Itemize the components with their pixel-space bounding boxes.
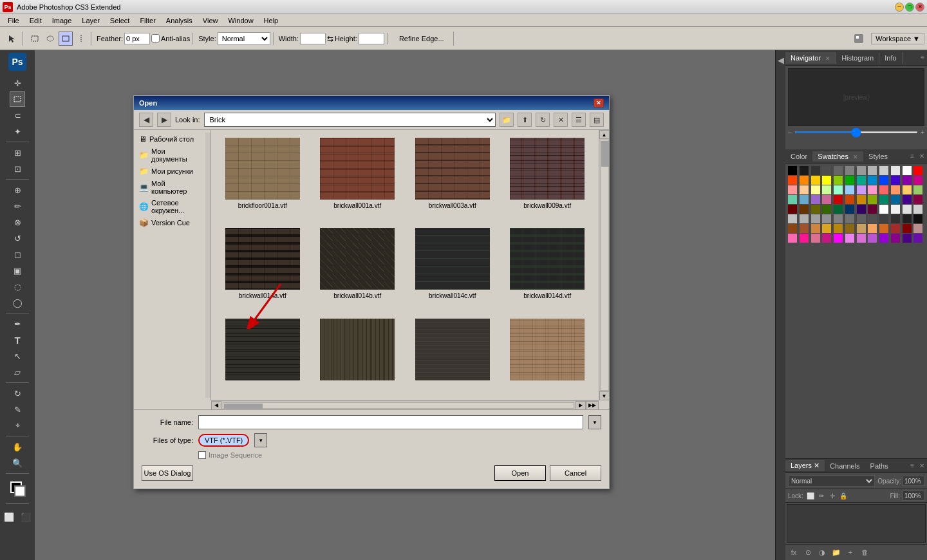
ellipse-select-btn[interactable] xyxy=(43,32,57,46)
swatch-color[interactable] xyxy=(834,176,843,185)
swatch-color[interactable] xyxy=(868,234,877,243)
swatch-color[interactable] xyxy=(868,195,877,204)
single-col-btn[interactable] xyxy=(74,32,88,46)
files-of-type-value[interactable]: VTF (*.VTF) xyxy=(198,434,249,447)
swatch-color[interactable] xyxy=(845,166,854,175)
swatch-color[interactable] xyxy=(879,214,888,223)
swatch-color[interactable] xyxy=(868,214,877,223)
back-button[interactable]: ◀ xyxy=(139,113,153,127)
menu-filter[interactable]: Filter xyxy=(135,15,160,26)
swatch-color[interactable] xyxy=(891,176,900,185)
swatch-color[interactable] xyxy=(800,195,809,204)
swatch-color[interactable] xyxy=(845,214,854,223)
swatch-color[interactable] xyxy=(845,234,854,243)
swatch-color[interactable] xyxy=(800,234,809,243)
view-btn[interactable]: ▤ xyxy=(590,113,604,127)
forward-button[interactable]: ▶ xyxy=(157,113,171,127)
image-sequence-checkbox[interactable] xyxy=(198,451,206,459)
swatch-color[interactable] xyxy=(834,185,843,194)
delete-layer-btn[interactable]: 🗑 xyxy=(859,546,870,558)
feather-input[interactable] xyxy=(124,33,150,44)
lock-image-btn[interactable]: ✏ xyxy=(817,491,826,500)
swatch-color[interactable] xyxy=(879,185,888,194)
cancel-button[interactable]: Cancel xyxy=(550,465,601,481)
dodge-tool[interactable]: ◯ xyxy=(10,295,25,310)
crop-tool[interactable]: ⊞ xyxy=(10,145,25,160)
layers-panel-menu-btn[interactable]: ≡ xyxy=(908,462,917,469)
swatch-color[interactable] xyxy=(857,224,866,233)
swatch-color[interactable] xyxy=(868,176,877,185)
swatch-color[interactable] xyxy=(879,176,888,185)
tab-channels[interactable]: Channels xyxy=(825,461,865,471)
menu-help[interactable]: Help xyxy=(259,15,284,26)
screen-mode-normal[interactable]: ⬜ xyxy=(1,509,17,525)
workspace-button[interactable]: Workspace ▼ xyxy=(871,33,924,44)
swatch-color[interactable] xyxy=(800,214,809,223)
sidebar-documents[interactable]: 📁 Мои документы xyxy=(134,145,205,165)
swatch-color[interactable] xyxy=(868,224,877,233)
add-mask-btn[interactable]: ⊙ xyxy=(802,546,814,558)
sidebar-pictures[interactable]: 📁 Мои рисунки xyxy=(134,165,205,178)
swatch-color[interactable] xyxy=(903,234,912,243)
swatch-color[interactable] xyxy=(822,176,831,185)
menu-image[interactable]: Image xyxy=(47,15,77,26)
swatch-color[interactable] xyxy=(903,214,912,223)
file-item[interactable]: brickwall014a.vtf xyxy=(216,225,309,313)
swatch-color[interactable] xyxy=(879,224,888,233)
magic-wand-tool[interactable]: ✦ xyxy=(10,124,25,139)
width-input[interactable] xyxy=(300,33,326,44)
swatch-color[interactable] xyxy=(903,224,912,233)
blend-mode-select[interactable]: Normal xyxy=(788,475,875,487)
swatch-color[interactable] xyxy=(868,205,877,214)
slice-tool[interactable]: ⊡ xyxy=(10,161,25,176)
swatch-color[interactable] xyxy=(834,166,843,175)
file-item[interactable]: brickfloor001a.vtf xyxy=(216,135,309,223)
swatch-color[interactable] xyxy=(891,195,900,204)
height-input[interactable] xyxy=(359,33,384,44)
swatch-color[interactable] xyxy=(868,166,877,175)
tab-paths[interactable]: Paths xyxy=(865,461,894,471)
swatch-color[interactable] xyxy=(834,195,843,204)
swatch-color[interactable] xyxy=(903,195,912,204)
close-button[interactable]: ✕ xyxy=(915,3,924,12)
shape-tool[interactable]: ▱ xyxy=(10,364,25,380)
swatch-color[interactable] xyxy=(822,185,831,194)
navigator-zoom-slider[interactable] xyxy=(794,131,919,133)
gradient-tool[interactable]: ▣ xyxy=(10,263,25,278)
clone-stamp-tool[interactable]: ⊗ xyxy=(10,214,25,230)
panel-menu-btn[interactable]: ≡ xyxy=(918,54,927,61)
notes-tool[interactable]: ✎ xyxy=(10,402,25,417)
swatch-color[interactable] xyxy=(913,234,922,243)
swatch-color[interactable] xyxy=(913,205,922,214)
move-tool[interactable]: ✛ xyxy=(10,75,25,91)
color-swatches[interactable] xyxy=(8,479,27,498)
files-of-type-dropdown[interactable]: ▼ xyxy=(254,433,267,447)
swatch-color[interactable] xyxy=(891,214,900,223)
swatch-color[interactable] xyxy=(788,166,797,175)
swatch-color[interactable] xyxy=(879,234,888,243)
swatch-color[interactable] xyxy=(800,176,809,185)
swatch-color[interactable] xyxy=(913,195,922,204)
swatch-color[interactable] xyxy=(822,205,831,214)
scroll-right-button[interactable]: ▶ xyxy=(576,401,586,410)
swatch-color[interactable] xyxy=(800,185,809,194)
type-tool[interactable]: T xyxy=(10,332,25,348)
swatch-color[interactable] xyxy=(822,195,831,204)
swatch-color[interactable] xyxy=(811,234,820,243)
look-in-select[interactable]: Brick xyxy=(204,113,496,127)
scroll-thumb[interactable] xyxy=(601,141,609,167)
eyedropper-tool[interactable]: ⌖ xyxy=(10,418,25,433)
swatch-color[interactable] xyxy=(857,166,866,175)
h-scroll-track[interactable] xyxy=(223,402,574,409)
scroll-up-button[interactable]: ▲ xyxy=(599,130,610,139)
file-item[interactable] xyxy=(312,316,404,395)
antialias-checkbox[interactable] xyxy=(151,34,160,42)
menu-view[interactable]: View xyxy=(198,15,223,26)
swatch-color[interactable] xyxy=(811,224,820,233)
swatch-color[interactable] xyxy=(891,205,900,214)
tab-swatches[interactable]: Swatches ✕ xyxy=(812,151,863,162)
open-button[interactable]: Open xyxy=(494,465,546,481)
delete-btn[interactable]: ✕ xyxy=(554,113,568,127)
file-item[interactable]: brickwall014c.vtf xyxy=(406,225,499,313)
tab-info[interactable]: Info xyxy=(879,52,902,64)
